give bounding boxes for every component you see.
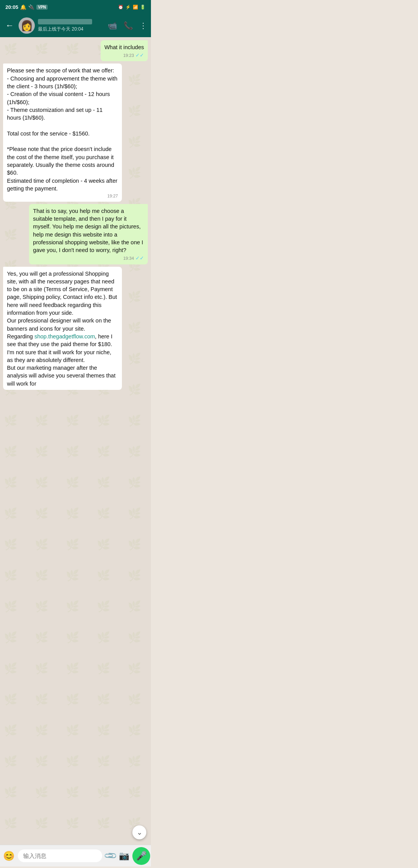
message-text: Please see the scope of work that we off…	[7, 67, 117, 191]
nav-actions: 📹 📞 ⋮	[108, 21, 147, 30]
status-left: 20:05 🔔 🔌 VPN	[5, 4, 48, 10]
message-row: Yes, you will get a professional Shoppin…	[3, 267, 148, 390]
bluetooth-icon: ⚡	[125, 5, 131, 10]
status-vpn: VPN	[36, 5, 48, 10]
outgoing-bubble: What it includes 19:23 ✓✓	[101, 40, 148, 61]
contact-name	[38, 19, 104, 26]
more-options-icon[interactable]: ⋮	[139, 21, 147, 30]
camera-button[interactable]: 📷	[119, 851, 129, 861]
chevron-down-icon: ⌄	[137, 829, 142, 836]
emoji-button[interactable]: 😊	[3, 851, 15, 861]
message-time: 19:23	[123, 53, 134, 58]
message-time: 19:27	[107, 193, 118, 199]
nav-bar: ← 👩 最后上线于今天 20:04 📹 📞 ⋮	[0, 14, 151, 37]
alarm-icon: ⏰	[118, 5, 123, 10]
mic-button[interactable]: 🎤	[132, 847, 150, 865]
incoming-bubble: Please see the scope of work that we off…	[3, 63, 122, 201]
message-text: What it includes	[104, 44, 144, 50]
bubble-meta: 19:27	[7, 193, 118, 199]
message-row: Please see the scope of work that we off…	[3, 63, 148, 201]
incoming-bubble: Yes, you will get a professional Shoppin…	[3, 267, 122, 390]
outgoing-bubble: That is to say, you help me choose a sui…	[29, 204, 148, 264]
message-ticks: ✓✓	[135, 52, 144, 59]
message-row: What it includes 19:23 ✓✓	[3, 40, 148, 61]
scroll-down-button[interactable]: ⌄	[132, 825, 146, 839]
chat-area: What it includes 19:23 ✓✓ Please see the…	[0, 37, 151, 845]
signal-icon: 📶	[133, 5, 138, 10]
message-row: That is to say, you help me choose a sui…	[3, 204, 148, 264]
contact-info[interactable]: 最后上线于今天 20:04	[38, 19, 104, 33]
message-time: 19:34	[123, 256, 134, 261]
status-time: 20:05	[5, 4, 18, 10]
bubble-meta: 19:34 ✓✓	[33, 255, 144, 262]
message-text: Yes, you will get a professional Shoppin…	[7, 271, 117, 387]
status-usb: 🔌	[28, 4, 34, 10]
bubble-meta: 19:23 ✓✓	[104, 52, 144, 59]
status-bar: 20:05 🔔 🔌 VPN ⏰ ⚡ 📶 🔋	[0, 0, 151, 14]
status-right: ⏰ ⚡ 📶 🔋	[118, 5, 146, 10]
contact-status: 最后上线于今天 20:04	[38, 26, 104, 33]
voice-call-icon[interactable]: 📞	[123, 21, 133, 30]
avatar[interactable]: 👩	[19, 17, 35, 34]
input-bar: 😊 📎 📷 🎤	[0, 845, 151, 866]
back-button[interactable]: ←	[4, 19, 15, 32]
contact-name-blur	[38, 19, 92, 24]
mic-icon: 🎤	[136, 851, 147, 861]
message-ticks: ✓✓	[135, 255, 144, 262]
battery-icon: 🔋	[140, 5, 146, 10]
chat-link[interactable]: shop.thegadgetflow.com	[34, 333, 95, 340]
message-input[interactable]	[18, 849, 102, 862]
message-text: That is to say, you help me choose a sui…	[33, 208, 143, 253]
status-notification: 🔔	[20, 4, 26, 10]
video-call-icon[interactable]: 📹	[108, 21, 117, 30]
attach-button[interactable]: 📎	[103, 849, 118, 863]
